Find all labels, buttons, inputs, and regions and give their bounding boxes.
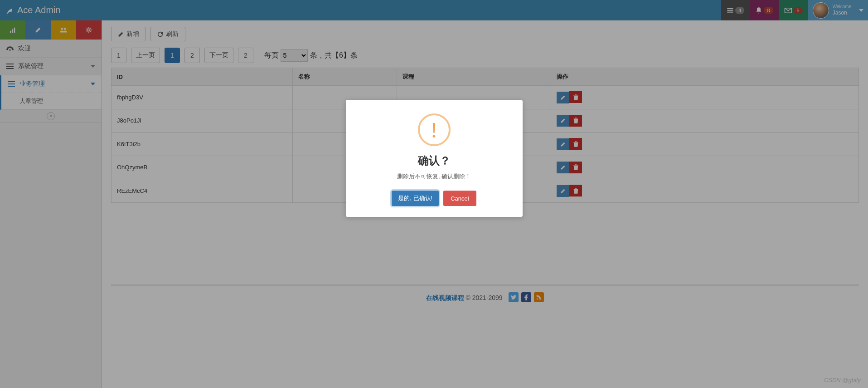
watermark: CSDN @gblfy bbox=[824, 377, 861, 383]
confirm-button[interactable]: 是的, 已确认! bbox=[392, 191, 439, 206]
cancel-button[interactable]: Cancel bbox=[443, 191, 476, 206]
confirm-modal: ! 确认？ 删除后不可恢复, 确认删除！ 是的, 已确认! Cancel bbox=[346, 100, 523, 217]
warning-icon: ! bbox=[418, 113, 451, 146]
modal-buttons: 是的, 已确认! Cancel bbox=[355, 191, 514, 206]
modal-text: 删除后不可恢复, 确认删除！ bbox=[355, 172, 514, 181]
modal-title: 确认？ bbox=[355, 153, 514, 168]
